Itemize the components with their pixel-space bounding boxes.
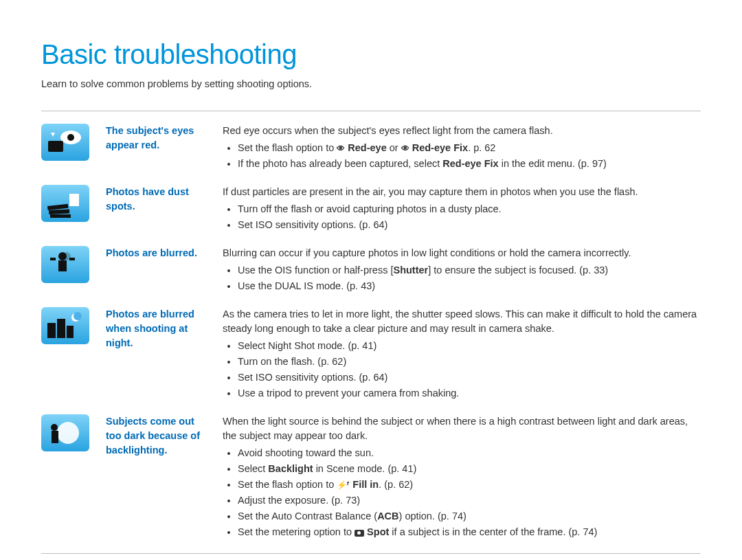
svg-rect-9 (58, 260, 67, 271)
row-problem: Photos have dust spots. (106, 185, 223, 214)
row-thumbnail (41, 307, 89, 344)
svg-rect-7 (50, 214, 71, 218)
svg-marker-3 (51, 133, 55, 137)
svg-rect-5 (47, 204, 68, 210)
inline-icon: 👁 (401, 144, 409, 153)
row-bullet: Set ISO sensitivity options. (p. 64) (238, 370, 701, 385)
svg-rect-6 (49, 209, 69, 214)
row-problem: The subject's eyes appear red. (106, 124, 223, 153)
row-bullet: Avoid shooting toward the sun. (238, 446, 701, 460)
svg-rect-4 (69, 194, 79, 206)
row-thumbnail (41, 414, 89, 451)
row-problem: Photos are blurred when shooting at nigh… (106, 307, 223, 350)
row-bullets: Select Night Shot mode. (p. 41)Turn on t… (223, 339, 701, 401)
row-thumbnail (41, 246, 89, 283)
troubleshoot-row: Subjects come out too dark because of ba… (41, 414, 701, 542)
row-bullet: Use the DUAL IS mode. (p. 43) (238, 279, 701, 293)
svg-point-14 (74, 312, 82, 320)
svg-rect-16 (57, 319, 65, 338)
svg-point-19 (51, 424, 58, 431)
row-thumbnail (41, 124, 89, 161)
row-lead: Red eye occurs when the subject's eyes r… (223, 124, 701, 138)
row-problem: Subjects come out too dark because of ba… (106, 414, 223, 458)
inline-icon: ⚡ᶠ (337, 480, 350, 490)
row-bullet: Adjust the exposure. (p. 73) (238, 493, 701, 508)
svg-rect-20 (52, 431, 58, 443)
svg-rect-15 (47, 323, 56, 338)
troubleshoot-row: Photos are blurred when shooting at nigh… (41, 307, 701, 403)
row-bullet: Turn on the flash. (p. 62) (238, 355, 701, 369)
row-bullet: If the photo has already been captured, … (238, 157, 701, 171)
row-bullet: Select Night Shot mode. (p. 41) (238, 339, 701, 353)
row-bullet: Turn off the flash or avoid capturing ph… (238, 202, 701, 216)
row-bullet: Set the flash option to ⚡ᶠ Fill in. (p. … (238, 478, 701, 492)
row-description: If dust particles are present in the air… (223, 185, 701, 235)
row-lead: Blurring can occur if you capture photos… (223, 246, 701, 260)
row-description: Red eye occurs when the subject's eyes r… (223, 124, 701, 174)
row-bullet: Use the OIS function or half-press [Shut… (238, 263, 701, 278)
metering-spot-icon (355, 530, 364, 537)
row-bullet: Select Backlight in Scene mode. (p. 41) (238, 462, 701, 476)
row-bullets: Turn off the flash or avoid capturing ph… (223, 202, 701, 232)
row-bullet: Set the flash option to 👁 Red-eye or 👁 R… (238, 141, 701, 155)
row-bullet: Use a tripod to prevent your camera from… (238, 386, 701, 401)
row-thumbnail (41, 185, 89, 222)
troubleshoot-row: The subject's eyes appear red.Red eye oc… (41, 124, 701, 174)
troubleshoot-row: Photos are blurred.Blurring can occur if… (41, 246, 701, 296)
svg-rect-2 (48, 141, 63, 152)
row-lead: When the light source is behind the subj… (223, 414, 701, 443)
svg-rect-10 (50, 258, 56, 260)
svg-point-1 (67, 134, 74, 141)
row-problem: Photos are blurred. (106, 246, 223, 260)
row-description: When the light source is behind the subj… (223, 414, 701, 542)
row-bullets: Use the OIS function or half-press [Shut… (223, 263, 701, 293)
row-bullet: Set the Auto Contrast Balance (ACB) opti… (238, 509, 701, 524)
svg-point-12 (63, 252, 71, 260)
svg-point-18 (57, 422, 79, 444)
row-lead: If dust particles are present in the air… (223, 185, 701, 199)
troubleshoot-row: Photos have dust spots.If dust particles… (41, 185, 701, 235)
row-bullet: Set the metering option to Spot if a sub… (238, 525, 701, 539)
row-bullets: Avoid shooting toward the sun.Select Bac… (223, 446, 701, 539)
row-bullets: Set the flash option to 👁 Red-eye or 👁 R… (223, 141, 701, 171)
page-subtitle: Learn to solve common problems by settin… (41, 78, 312, 89)
inline-icon: 👁 (337, 144, 345, 153)
row-bullet: Set ISO sensitivity options. (p. 64) (238, 218, 701, 232)
row-description: Blurring can occur if you capture photos… (223, 246, 701, 296)
page-title: Basic troubleshooting (41, 34, 701, 74)
svg-rect-17 (67, 326, 74, 338)
row-description: As the camera tries to let in more light… (223, 307, 701, 403)
row-lead: As the camera tries to let in more light… (223, 307, 701, 336)
